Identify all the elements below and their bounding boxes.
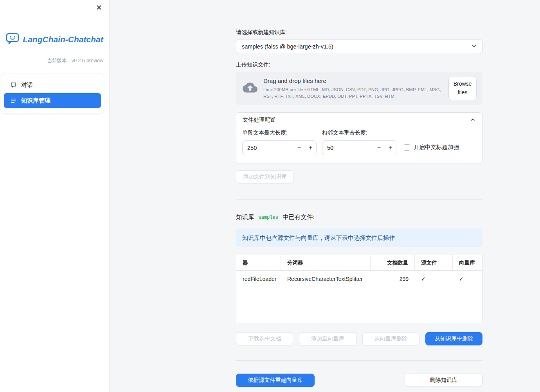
kb-files-table[interactable]: 器 分词器 文档数量 源文件 向量库 redFileLoader Recursi… <box>236 255 482 323</box>
browse-files-button[interactable]: Browse files <box>448 77 477 100</box>
divider <box>236 360 482 361</box>
file-config-expander: 文件处理配置 单段文本最大长度: 250 − + <box>236 112 482 164</box>
chunk-size-label: 单段文本最大长度: <box>242 129 317 137</box>
main-area: 请选择或新建知识库: samples (faiss @ bge-large-zh… <box>110 0 540 392</box>
zh-title-enhance-checkbox[interactable]: 开启中文标题加强 <box>404 144 459 151</box>
chunk-overlap-label: 相邻文本重合长度: <box>322 129 396 137</box>
logo-chat-bubble-icon <box>6 33 19 46</box>
add-files-to-kb-button[interactable]: 添加文件到知识库 <box>236 170 294 183</box>
chevron-down-icon <box>471 43 477 50</box>
file-config-title: 文件处理配置 <box>243 117 275 124</box>
table-header-row: 器 分词器 文档数量 源文件 向量库 <box>236 255 482 271</box>
chunk-size-field: 单段文本最大长度: 250 − + <box>242 129 317 155</box>
uploader-text: Drag and drop files here Limit 200MB per… <box>263 77 443 99</box>
chunk-overlap-field: 相邻文本重合长度: 50 − + <box>322 129 396 155</box>
kb-files-prefix: 知识库 <box>236 213 254 221</box>
delete-knowledge-base-button[interactable]: 删除知识库 <box>405 374 482 387</box>
sidebar: ✕ LangChain-Chatchat 当前版本：v0.2.6-preview <box>0 0 110 392</box>
chunk-size-value: 250 <box>243 145 293 151</box>
cell-doc-count: 299 <box>371 271 415 287</box>
cell-vector-store-check: ✓ <box>453 271 482 287</box>
chevron-up-icon <box>470 117 476 124</box>
sidebar-item-dialogue[interactable]: 对话 <box>4 77 101 92</box>
chunk-size-decrement-button[interactable]: − <box>293 145 305 151</box>
file-uploader-dropzone[interactable]: Drag and drop files here Limit 200MB per… <box>236 72 482 105</box>
kb-files-suffix: 中已有文件: <box>283 213 315 221</box>
chunk-size-input[interactable]: 250 − + <box>242 140 317 155</box>
cell-loader: redFileLoader <box>236 271 281 287</box>
checkbox-unchecked-icon[interactable] <box>404 144 410 151</box>
app-window: ✕ LangChain-Chatchat 当前版本：v0.2.6-preview <box>0 0 540 392</box>
kb-select-label: 请选择或新建知识库: <box>236 29 482 36</box>
app-logo-title: LangChain-Chatchat <box>23 35 103 44</box>
uploader-title: Drag and drop files here <box>263 77 443 84</box>
info-alert: 知识库中包含源文件与向量库，请从下表中选择文件后操作 <box>236 228 482 247</box>
chat-bubble-icon <box>10 82 17 88</box>
column-header-splitter[interactable]: 分词器 <box>281 255 371 271</box>
file-config-expander-header[interactable]: 文件处理配置 <box>236 113 482 128</box>
sidebar-menu: 对话 知识库管理 <box>1 74 104 114</box>
column-header-vector-store[interactable]: 向量库 <box>453 255 482 271</box>
uploader-limit-text: Limit 200MB per file • HTML, MD, JSON, C… <box>263 86 443 99</box>
sidebar-item-label: 知识库管理 <box>21 97 50 104</box>
chunk-overlap-increment-button[interactable]: + <box>385 145 396 151</box>
sidebar-close-icon[interactable]: ✕ <box>94 2 104 13</box>
chunk-overlap-decrement-button[interactable]: − <box>373 145 385 151</box>
zh-title-enhance-label: 开启中文标题加强 <box>414 144 459 151</box>
upload-files-label: 上传知识文件: <box>236 61 482 68</box>
kb-selected-value: samples (faiss @ bge-large-zh-v1.5) <box>242 43 333 50</box>
add-to-vector-store-button[interactable]: 添加至向量库 <box>299 332 356 345</box>
column-header-doc-count[interactable]: 文档数量 <box>371 255 415 271</box>
table-row[interactable]: redFileLoader RecursiveCharacterTextSpli… <box>236 271 482 287</box>
sidebar-item-knowledge-base[interactable]: 知识库管理 <box>4 93 101 108</box>
download-selected-button[interactable]: 下载选中文档 <box>236 332 293 345</box>
kb-selectbox[interactable]: samples (faiss @ bge-large-zh-v1.5) <box>236 39 482 54</box>
file-action-buttons: 下载选中文档 添加至向量库 从向量库删除 从知识库中删除 <box>236 332 482 345</box>
delete-from-kb-button[interactable]: 从知识库中删除 <box>425 332 482 345</box>
kb-files-heading: 知识库 samples 中已有文件: <box>236 213 482 221</box>
delete-from-vector-store-button[interactable]: 从向量库删除 <box>362 332 419 345</box>
column-header-loader[interactable]: 器 <box>236 255 281 271</box>
cloud-upload-icon <box>243 83 257 95</box>
chunk-overlap-value: 50 <box>322 145 373 151</box>
rebuild-vector-store-button[interactable]: 依据源文件重建向量库 <box>236 374 315 387</box>
version-label: 当前版本：v0.2.6-preview <box>0 58 109 64</box>
knowledge-base-list-icon <box>10 97 17 104</box>
divider <box>236 199 482 200</box>
cell-splitter: RecursiveCharacterTextSplitter <box>281 271 371 287</box>
sidebar-item-label: 对话 <box>21 81 33 89</box>
column-header-source-file[interactable]: 源文件 <box>415 255 453 271</box>
logo: LangChain-Chatchat <box>0 33 109 46</box>
cell-source-file-check: ✓ <box>415 271 453 287</box>
kb-name-code: samples <box>257 214 280 221</box>
kb-management-buttons: 依据源文件重建向量库 删除知识库 <box>236 374 482 387</box>
file-config-body: 单段文本最大长度: 250 − + 相邻文本重合长度: 50 − + <box>236 128 482 164</box>
chunk-overlap-input[interactable]: 50 − + <box>322 140 396 155</box>
chunk-size-increment-button[interactable]: + <box>305 145 316 151</box>
